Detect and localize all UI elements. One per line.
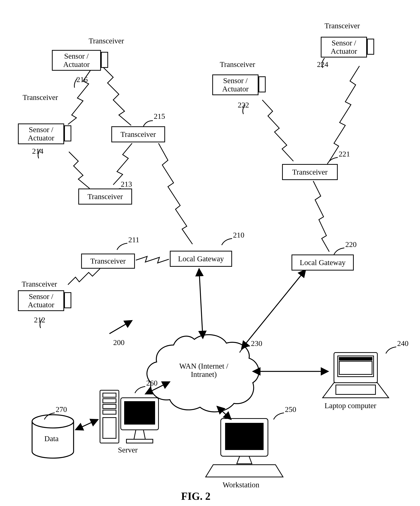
server-260-text: Server: [118, 446, 137, 454]
ref-220: 220: [345, 240, 357, 249]
svg-rect-7: [121, 398, 158, 430]
svg-rect-4: [103, 404, 116, 408]
svg-rect-6: [103, 418, 116, 438]
svg-line-17: [199, 269, 203, 338]
svg-rect-1: [100, 390, 119, 443]
transceiver-label-222: Transceiver: [220, 60, 255, 69]
sensor-actuator-224-text: Sensor / Actuator: [331, 39, 357, 55]
ref-216: 216: [76, 75, 88, 84]
svg-rect-10: [221, 419, 268, 456]
ref-215: 215: [154, 112, 165, 120]
sensor-actuator-214: Sensor / Actuator: [18, 123, 64, 144]
laptop-240-text: Laptop computer: [325, 402, 376, 410]
diagram-stage: Sensor / Actuator Transceiver 216 Sensor…: [0, 0, 420, 506]
transceiver-213-text: Transceiver: [88, 193, 123, 201]
svg-line-22: [217, 406, 231, 419]
svg-rect-9: [126, 439, 153, 443]
sensor-actuator-224: Sensor / Actuator: [321, 37, 367, 58]
transceiver-221-text: Transceiver: [292, 168, 328, 176]
svg-line-23: [109, 320, 132, 334]
transceiver-213: Transceiver: [78, 188, 132, 205]
ref-240: 240: [397, 339, 408, 348]
svg-point-0: [32, 415, 74, 428]
local-gateway-220: Local Gateway: [291, 254, 354, 271]
transceiver-label-224: Transceiver: [325, 22, 360, 30]
transceiver-label-216: Transceiver: [89, 37, 124, 45]
transceiver-attach-216: [101, 52, 108, 68]
figure-label: FIG. 2: [181, 490, 210, 502]
ref-260: 260: [146, 379, 157, 387]
transceiver-attach-214: [64, 125, 71, 141]
sensor-actuator-216: Sensor / Actuator: [52, 50, 101, 71]
transceiver-211: Transceiver: [81, 253, 135, 269]
sensor-actuator-212: Sensor / Actuator: [18, 290, 64, 311]
transceiver-215-text: Transceiver: [121, 130, 156, 139]
svg-rect-12: [334, 353, 377, 383]
ref-200: 200: [113, 338, 124, 347]
svg-rect-2: [103, 393, 116, 397]
transceiver-215: Transceiver: [111, 126, 165, 142]
transceiver-221: Transceiver: [282, 164, 338, 180]
ref-213: 213: [121, 180, 132, 188]
local-gateway-210-text: Local Gateway: [178, 255, 224, 263]
svg-rect-13: [338, 356, 373, 377]
local-gateway-210: Local Gateway: [170, 251, 232, 267]
transceiver-attach-222: [258, 76, 266, 92]
data-270-text: Data: [44, 434, 59, 443]
svg-rect-15: [339, 361, 372, 374]
svg-line-18: [242, 270, 306, 349]
ref-210: 210: [233, 231, 244, 239]
transceiver-label-214: Transceiver: [23, 93, 58, 102]
sensor-actuator-222: Sensor / Actuator: [212, 74, 258, 95]
cloud-230-text: WAN (Internet / Intranet): [176, 362, 232, 379]
svg-rect-8: [124, 402, 155, 424]
svg-rect-14: [339, 357, 372, 360]
ref-221: 221: [339, 150, 350, 158]
ref-270: 270: [56, 405, 67, 414]
sensor-actuator-216-text: Sensor / Actuator: [63, 52, 90, 69]
transceiver-label-212: Transceiver: [22, 280, 57, 288]
ref-211: 211: [128, 236, 139, 244]
ref-224: 224: [317, 60, 328, 69]
ref-230: 230: [251, 339, 262, 348]
transceiver-attach-224: [367, 39, 374, 55]
svg-line-20: [75, 419, 98, 430]
svg-rect-16: [336, 385, 375, 394]
svg-rect-5: [103, 410, 116, 414]
local-gateway-220-text: Local Gateway: [300, 259, 345, 267]
transceiver-211-text: Transceiver: [90, 257, 126, 265]
sensor-actuator-212-text: Sensor / Actuator: [28, 293, 54, 309]
transceiver-attach-212: [64, 292, 71, 308]
ref-222: 222: [238, 101, 249, 109]
sensor-actuator-222-text: Sensor / Actuator: [222, 77, 249, 93]
ref-214: 214: [32, 147, 43, 155]
svg-rect-11: [225, 423, 263, 450]
ref-250: 250: [285, 405, 296, 414]
ref-212: 212: [34, 316, 45, 324]
sensor-actuator-214-text: Sensor / Actuator: [28, 126, 54, 142]
workstation-250-text: Workstation: [223, 481, 259, 489]
svg-rect-3: [103, 399, 116, 403]
